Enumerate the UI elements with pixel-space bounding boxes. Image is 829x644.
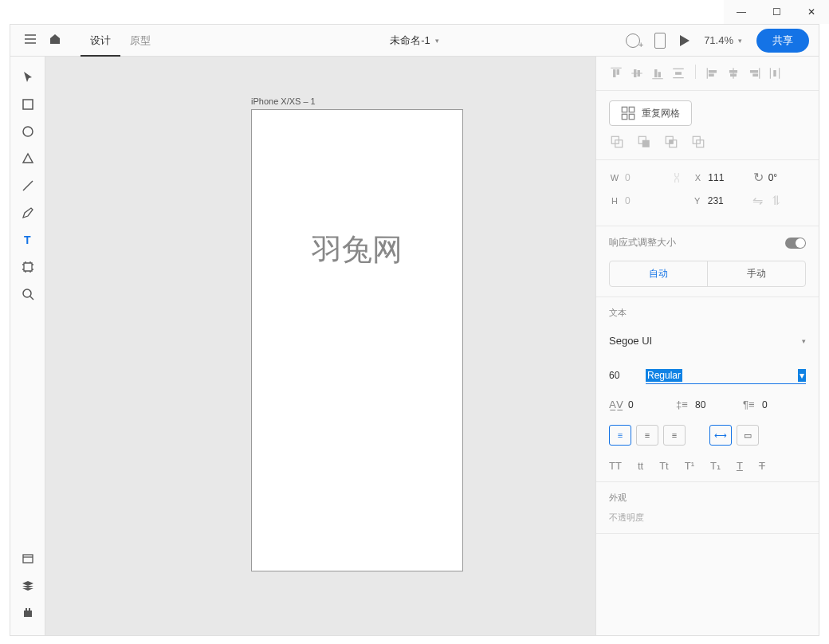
distribute-h-icon[interactable] bbox=[766, 65, 784, 82]
y-label: Y bbox=[692, 196, 703, 206]
close-button[interactable]: ✕ bbox=[794, 0, 829, 24]
align-left-icon[interactable] bbox=[704, 65, 721, 82]
svg-point-3 bbox=[23, 289, 31, 297]
x-label: X bbox=[692, 173, 703, 183]
flip-h-icon[interactable]: ⇋ bbox=[752, 193, 763, 208]
canvas[interactable]: iPhone X/XS – 1 羽兔网 bbox=[45, 57, 595, 635]
text-element[interactable]: 羽兔网 bbox=[252, 230, 462, 270]
bool-add-icon[interactable] bbox=[609, 134, 625, 150]
document-title[interactable]: 未命名-1 ▾ bbox=[390, 33, 439, 48]
text-align-center-button[interactable]: ≡ bbox=[636, 425, 658, 446]
home-button[interactable] bbox=[39, 32, 71, 49]
text-box-fixed-button[interactable]: ▭ bbox=[737, 425, 759, 446]
responsive-toggle[interactable] bbox=[785, 238, 806, 249]
document-title-text: 未命名-1 bbox=[390, 33, 430, 48]
line-spacing-value[interactable]: 80 bbox=[695, 399, 705, 410]
svg-rect-11 bbox=[629, 114, 634, 119]
responsive-auto-tab[interactable]: 自动 bbox=[610, 261, 708, 286]
font-family-value: Segoe UI bbox=[609, 335, 652, 347]
font-size-input[interactable]: 60 bbox=[609, 367, 636, 384]
height-value[interactable]: 0 bbox=[625, 195, 631, 206]
text-tool[interactable]: T bbox=[15, 227, 41, 253]
strikethrough-button[interactable]: T bbox=[759, 460, 765, 472]
line-tool[interactable] bbox=[15, 173, 41, 198]
device-preview-button[interactable] bbox=[654, 33, 666, 49]
lock-aspect-icon[interactable] bbox=[670, 171, 684, 185]
lowercase-button[interactable]: tt bbox=[638, 460, 643, 472]
char-spacing-value[interactable]: 0 bbox=[628, 399, 634, 410]
zoom-dropdown[interactable]: 71.4% ▾ bbox=[704, 34, 742, 46]
char-spacing-icon: A̲V̲ bbox=[609, 399, 623, 410]
text-align-left-button[interactable]: ≡ bbox=[609, 425, 631, 446]
chevron-down-icon: ▾ bbox=[435, 37, 439, 45]
svg-rect-4 bbox=[23, 555, 33, 563]
responsive-label: 响应式调整大小 bbox=[609, 236, 676, 249]
rectangle-tool[interactable] bbox=[15, 92, 41, 117]
grid-icon bbox=[621, 106, 635, 120]
svg-text:T: T bbox=[24, 234, 31, 246]
chevron-down-icon: ▾ bbox=[798, 369, 806, 382]
svg-rect-10 bbox=[622, 114, 627, 119]
assets-panel-button[interactable] bbox=[15, 546, 41, 571]
align-top-icon[interactable] bbox=[607, 65, 625, 82]
x-value[interactable]: 111 bbox=[708, 172, 724, 183]
chevron-down-icon: ▾ bbox=[802, 337, 806, 345]
para-spacing-icon: ¶≡ bbox=[743, 399, 757, 410]
chevron-down-icon: ▾ bbox=[738, 37, 742, 45]
zoom-tool[interactable] bbox=[15, 281, 41, 307]
artboard-tool[interactable] bbox=[15, 254, 41, 280]
titlecase-button[interactable]: Tt bbox=[659, 460, 669, 472]
artboard[interactable]: 羽兔网 bbox=[251, 109, 463, 571]
width-value[interactable]: 0 bbox=[625, 172, 631, 183]
bool-intersect-icon[interactable] bbox=[663, 134, 679, 150]
align-bottom-icon[interactable] bbox=[649, 65, 666, 82]
opacity-label: 不透明度 bbox=[609, 512, 806, 524]
repeat-grid-button[interactable]: 重复网格 bbox=[609, 100, 692, 126]
share-button[interactable]: 共享 bbox=[756, 29, 809, 53]
align-vcenter-icon[interactable] bbox=[628, 65, 646, 82]
font-family-select[interactable]: Segoe UI ▾ bbox=[609, 330, 806, 352]
uppercase-button[interactable]: TT bbox=[609, 460, 622, 472]
text-box-auto-width-button[interactable]: ⟷ bbox=[709, 425, 732, 446]
polygon-tool[interactable] bbox=[15, 146, 41, 171]
maximize-button[interactable]: ☐ bbox=[759, 0, 794, 24]
width-label: W bbox=[609, 173, 620, 183]
layers-panel-button[interactable] bbox=[15, 573, 41, 599]
rotation-value[interactable]: 0° bbox=[768, 172, 777, 183]
tab-design[interactable]: 设计 bbox=[81, 25, 120, 57]
superscript-button[interactable]: T¹ bbox=[685, 460, 694, 472]
rotate-icon: ↻ bbox=[753, 170, 764, 185]
align-right-icon[interactable] bbox=[745, 65, 763, 82]
select-tool[interactable] bbox=[15, 65, 41, 90]
subscript-button[interactable]: T₁ bbox=[710, 460, 721, 472]
play-button[interactable] bbox=[680, 35, 690, 46]
menu-button[interactable] bbox=[20, 32, 39, 49]
align-hcenter-icon[interactable] bbox=[725, 65, 742, 82]
bool-exclude-icon[interactable] bbox=[690, 134, 706, 150]
artboard-label[interactable]: iPhone X/XS – 1 bbox=[251, 96, 316, 106]
underline-button[interactable]: T bbox=[737, 460, 743, 472]
pen-tool[interactable] bbox=[15, 200, 41, 226]
svg-rect-18 bbox=[670, 140, 674, 144]
distribute-v-icon[interactable] bbox=[670, 65, 687, 82]
svg-rect-7 bbox=[29, 608, 30, 611]
flip-v-icon[interactable]: ⥮ bbox=[771, 193, 781, 208]
text-align-right-button[interactable]: ≡ bbox=[663, 425, 686, 446]
line-spacing-icon: ‡≡ bbox=[676, 399, 690, 410]
tab-prototype[interactable]: 原型 bbox=[120, 25, 160, 57]
text-section-label: 文本 bbox=[609, 307, 806, 319]
font-weight-select[interactable]: Regular ▾ bbox=[646, 367, 806, 384]
invite-user-button[interactable] bbox=[626, 33, 640, 48]
svg-rect-9 bbox=[629, 107, 634, 112]
bool-subtract-icon[interactable] bbox=[636, 134, 652, 150]
height-label: H bbox=[609, 196, 620, 206]
para-spacing-value[interactable]: 0 bbox=[762, 399, 768, 410]
svg-rect-5 bbox=[24, 611, 32, 617]
y-value[interactable]: 231 bbox=[708, 195, 724, 206]
ellipse-tool[interactable] bbox=[15, 119, 41, 144]
responsive-manual-tab[interactable]: 手动 bbox=[708, 261, 805, 286]
appearance-label: 外观 bbox=[609, 492, 806, 504]
plugins-panel-button[interactable] bbox=[15, 600, 41, 626]
svg-rect-6 bbox=[26, 608, 27, 611]
minimize-button[interactable]: — bbox=[724, 0, 759, 24]
